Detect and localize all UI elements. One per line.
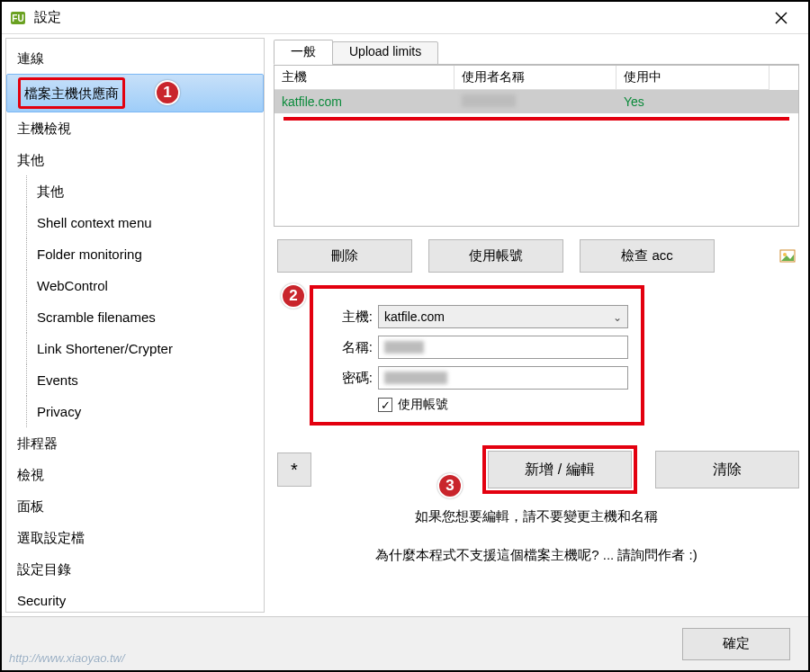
sidebar-item[interactable]: WebControl [6, 270, 264, 301]
tabbar: 一般 Upload limits [274, 40, 799, 65]
blurred-text [462, 94, 516, 107]
tab-upload-limits[interactable]: Upload limits [332, 41, 438, 65]
account-form: 2 主機: katfile.com ⌄ 名稱: 密碼: ✓ 使用帳號 [310, 285, 644, 426]
sidebar-item[interactable]: Events [6, 364, 264, 396]
password-label: 密碼: [326, 370, 373, 387]
sidebar-item[interactable]: 檢視 [6, 459, 264, 490]
host-select[interactable]: katfile.com ⌄ [378, 305, 628, 328]
favorite-toggle[interactable]: * [277, 452, 311, 487]
image-icon[interactable] [779, 248, 796, 264]
sidebar-item[interactable]: Security [6, 585, 264, 613]
use-account-checkbox[interactable]: ✓ [378, 398, 392, 412]
use-account-label: 使用帳號 [398, 397, 448, 413]
cell-host: katfile.com [274, 93, 454, 111]
annotation-badge-3: 3 [437, 473, 463, 498]
sidebar-item[interactable]: Shell context menu [6, 207, 264, 238]
name-label: 名稱: [326, 339, 373, 356]
sidebar-item[interactable]: 選取設定檔 [6, 522, 264, 553]
annotation-box-1: 檔案主機供應商 [18, 77, 125, 109]
content-panel: 一般 Upload limits 主機 使用者名稱 使用中 katfile.co… [268, 34, 808, 616]
sidebar-item[interactable]: 其他 [6, 144, 264, 175]
host-label: 主機: [326, 309, 373, 326]
table-header: 主機 使用者名稱 使用中 [274, 66, 798, 90]
sidebar-item[interactable]: 主機檢視 [6, 112, 264, 144]
titlebar: FU 設定 [2, 2, 808, 34]
edit-hint: 如果您想要編輯，請不要變更主機和名稱 [274, 508, 799, 525]
col-host[interactable]: 主機 [274, 66, 454, 90]
action-row: * 3 新增 / 編輯 清除 [274, 445, 799, 494]
close-icon [775, 12, 788, 24]
host-select-value: katfile.com [384, 309, 445, 324]
sidebar-item[interactable]: Scramble filenames [6, 301, 264, 333]
ok-button[interactable]: 確定 [682, 628, 790, 660]
blurred-text [384, 341, 424, 354]
close-button[interactable] [761, 2, 801, 34]
window-title: 設定 [34, 9, 761, 26]
clear-button[interactable]: 清除 [655, 451, 799, 488]
settings-tree[interactable]: 連線檔案主機供應商1主機檢視其他其他Shell context menuFold… [5, 38, 265, 613]
table-row[interactable]: katfile.com Yes [274, 90, 798, 113]
cell-active: Yes [616, 93, 770, 111]
annotation-badge-1: 1 [155, 80, 180, 105]
cell-user [454, 93, 616, 112]
col-user[interactable]: 使用者名稱 [454, 66, 616, 90]
main-split: 連線檔案主機供應商1主機檢視其他其他Shell context menuFold… [2, 34, 808, 616]
table-buttons-row: 刪除 使用帳號 檢查 acc [274, 239, 799, 273]
col-active[interactable]: 使用中 [616, 66, 770, 90]
svg-text:FU: FU [12, 13, 23, 23]
sidebar-item[interactable]: Link Shortener/Crypter [6, 333, 264, 364]
delete-button[interactable]: 刪除 [277, 239, 412, 273]
blurred-text [384, 372, 447, 384]
footer: http://www.xiaoyao.tw/ 確定 [2, 616, 808, 670]
support-hint: 為什麼本程式不支援這個檔案主機呢? ... 請詢問作者 :) [274, 547, 799, 564]
annotation-underline [284, 117, 789, 121]
app-icon: FU [9, 9, 27, 27]
sidebar-item[interactable]: Privacy [6, 396, 264, 427]
annotation-badge-2: 2 [281, 283, 306, 309]
sidebar-item[interactable]: 排程器 [6, 427, 264, 459]
svg-point-5 [783, 253, 787, 256]
sidebar-item[interactable]: 檔案主機供應商1 [6, 74, 264, 112]
name-input[interactable] [378, 336, 628, 359]
check-acc-button[interactable]: 檢查 acc [580, 239, 715, 273]
annotation-box-3: 新增 / 編輯 [482, 445, 637, 494]
sidebar-item[interactable]: 其他 [6, 175, 264, 207]
password-input[interactable] [378, 366, 628, 390]
tab-general[interactable]: 一般 [274, 40, 333, 65]
sidebar-item[interactable]: 連線 [6, 42, 264, 74]
chevron-down-icon: ⌄ [613, 311, 622, 324]
use-account-checkbox-row[interactable]: ✓ 使用帳號 [378, 397, 628, 413]
sidebar-item[interactable]: 設定目錄 [6, 553, 264, 585]
host-table[interactable]: 主機 使用者名稱 使用中 katfile.com Yes [274, 65, 799, 227]
use-account-button[interactable]: 使用帳號 [428, 239, 563, 273]
sidebar-item[interactable]: 面板 [6, 490, 264, 522]
add-edit-button[interactable]: 新增 / 編輯 [488, 451, 632, 488]
watermark: http://www.xiaoyao.tw/ [9, 651, 125, 665]
sidebar-item[interactable]: Folder monitoring [6, 238, 264, 270]
